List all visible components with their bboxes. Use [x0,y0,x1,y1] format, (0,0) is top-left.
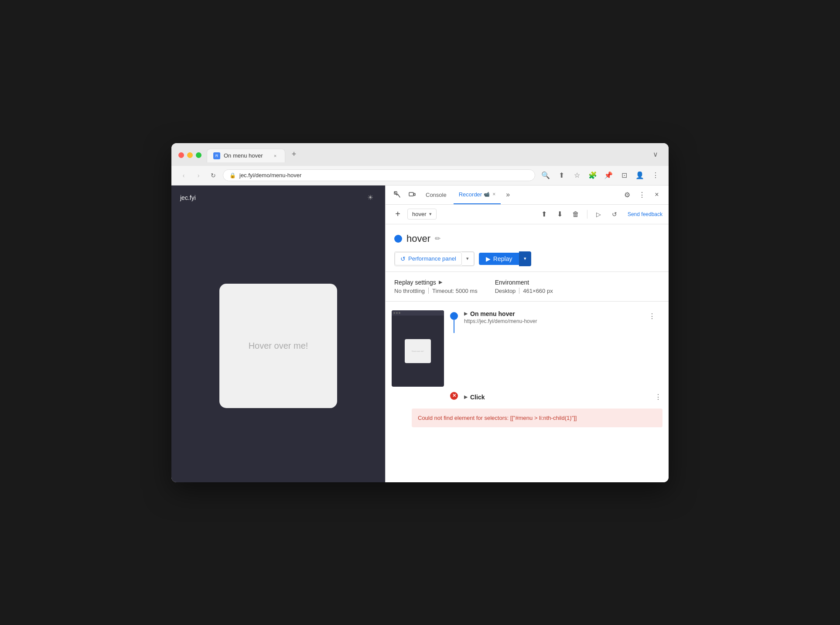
send-feedback-link[interactable]: Send feedback [628,211,662,217]
step-status-dot-error: ✕ [450,392,458,400]
delete-recording-icon[interactable]: 🗑 [570,208,582,220]
dimensions-label: 461×660 px [523,288,553,294]
recording-name-row: hover ✏ [394,233,660,244]
recording-edit-icon[interactable]: ✏ [435,234,440,243]
pin-icon[interactable]: 📌 [602,169,615,182]
tab-dropdown-button[interactable]: ∨ [649,148,662,161]
upload-recording-icon[interactable]: ⬆ [538,208,550,220]
browser-menu-icon[interactable]: ⋮ [649,169,662,182]
replay-label: Replay [493,255,512,262]
step-url: https://jec.fyi/demo/menu-hover [464,318,537,324]
new-tab-button[interactable]: + [288,148,300,161]
performance-panel-label: Performance panel [408,255,456,262]
tab-title: On menu hover [224,152,268,159]
replay-settings-values: No throttling Timeout: 5000 ms [394,288,478,294]
step-name: On menu hover [470,310,515,317]
forward-button[interactable]: › [193,170,204,181]
replay-settings-section: Replay settings ▶ No throttling Timeout:… [386,272,669,302]
browser-window: R On menu hover × + ∨ ‹ › ↻ 🔒 jec.fyi/de… [171,143,669,482]
desktop-label: Desktop [495,288,516,294]
steps-section: Hover over me! ▶ [386,302,669,482]
close-button[interactable] [178,152,184,158]
url-text: jec.fyi/demo/menu-hover [239,172,529,179]
recording-actions: ↺ Performance panel ▾ ▶ Replay ▾ [394,251,660,266]
recording-detail: hover ✏ ↺ Performance panel ▾ ▶ [386,224,669,272]
share-icon[interactable]: ⬆ [555,169,567,182]
environment-title: Environment [495,279,553,286]
devtools-close-icon[interactable]: × [650,188,663,201]
webpage-header: jec.fyi ☀ [171,185,385,210]
download-recording-icon[interactable]: ⬇ [554,208,566,220]
replay-settings-label: Replay settings [394,279,436,286]
main-area: jec.fyi ☀ Hover over me! [171,185,669,482]
devtools-kebab-icon[interactable]: ⋮ [635,188,649,201]
title-bar: R On menu hover × + ∨ [171,143,669,166]
replay-icon: ▶ [486,255,491,262]
lock-icon: 🔒 [229,172,236,179]
step-expand-icon[interactable]: ▶ [464,311,468,316]
recording-selector-text: hover [412,211,427,217]
performance-panel-button[interactable]: ↺ Performance panel [395,252,462,265]
svg-rect-2 [414,193,415,196]
performance-panel-dropdown-icon[interactable]: ▾ [462,252,474,266]
tab-favicon: R [213,152,220,159]
step-status-dot-blue [450,312,458,320]
window-icon[interactable]: ⊡ [618,169,630,182]
environment-settings-group: Environment Desktop 461×660 px [495,279,553,294]
address-actions: 🔍 ⬆ ☆ 🧩 📌 ⊡ 👤 ⋮ [540,169,662,182]
browser-tab[interactable]: R On menu hover × [207,149,285,162]
address-field[interactable]: 🔒 jec.fyi/demo/menu-hover [223,169,535,181]
devtools-toolbar: Console Recorder 📹 × » ⚙ ⋮ × [386,185,669,205]
hover-card-text: Hover over me! [249,341,308,351]
tab-close-button[interactable]: × [272,152,279,159]
webpage-content: Hover over me! [171,210,385,482]
recorder-tab-close[interactable]: × [492,191,495,197]
step-connector-line [454,320,454,333]
replay-dropdown-icon[interactable]: ▾ [519,251,531,266]
step-preview: Hover over me! [392,310,444,387]
back-button[interactable]: ‹ [178,170,189,181]
recording-selector[interactable]: hover ▾ [407,209,437,220]
replay-settings-title[interactable]: Replay settings ▶ [394,279,478,286]
maximize-button[interactable] [196,152,201,158]
devtools-settings-icon[interactable]: ⚙ [621,188,634,201]
tab-recorder[interactable]: Recorder 📹 × [454,185,501,204]
perf-panel-icon: ↺ [400,255,406,262]
replay-button[interactable]: ▶ Replay [479,253,519,265]
hover-card[interactable]: Hover over me! [219,284,337,408]
theme-toggle-icon[interactable]: ☀ [364,192,376,204]
add-recording-button[interactable]: + [392,208,404,220]
timeout-label: Timeout: 5000 ms [432,288,478,294]
no-throttling-label: No throttling [394,288,425,294]
step2-name: Click [470,394,485,401]
recording-selector-arrow-icon: ▾ [429,211,432,217]
replay-slow-button[interactable]: ↺ [608,208,621,220]
search-icon[interactable]: 🔍 [540,169,552,182]
play-recording-button[interactable]: ▷ [593,208,605,220]
recording-toolbar: + hover ▾ ⬆ ⬇ 🗑 ▷ ↺ Send feedback [386,205,669,224]
error-message: Could not find element for selectors: [[… [418,415,577,421]
table-row: Hover over me! ▶ [386,308,669,389]
recording-name: hover [406,233,430,244]
replay-settings-group: Replay settings ▶ No throttling Timeout:… [394,279,478,294]
minimize-button[interactable] [187,152,193,158]
step-content: ▶ On menu hover https://jec.fyi/demo/men… [464,310,662,324]
error-box: Could not find element for selectors: [[… [412,409,662,427]
webpage-site-title: jec.fyi [180,194,196,201]
extension-icon[interactable]: 🧩 [587,169,599,182]
step2-kebab-icon[interactable]: ⋮ [652,391,664,403]
webpage-area: jec.fyi ☀ Hover over me! [171,185,385,482]
address-bar: ‹ › ↻ 🔒 jec.fyi/demo/menu-hover 🔍 ⬆ ☆ 🧩 … [171,166,669,185]
tab-console[interactable]: Console [420,185,452,204]
profile-icon[interactable]: 👤 [634,169,646,182]
traffic-lights [178,152,201,158]
recording-status-dot [394,235,402,243]
svg-rect-1 [409,192,413,196]
bookmark-icon[interactable]: ☆ [571,169,583,182]
more-tabs-button[interactable]: » [502,191,513,199]
inspector-icon[interactable] [391,188,404,201]
step2-expand-icon[interactable]: ▶ [464,394,468,400]
step-kebab-icon[interactable]: ⋮ [646,310,658,323]
refresh-button[interactable]: ↻ [208,170,219,181]
device-toggle-icon[interactable] [406,188,419,201]
